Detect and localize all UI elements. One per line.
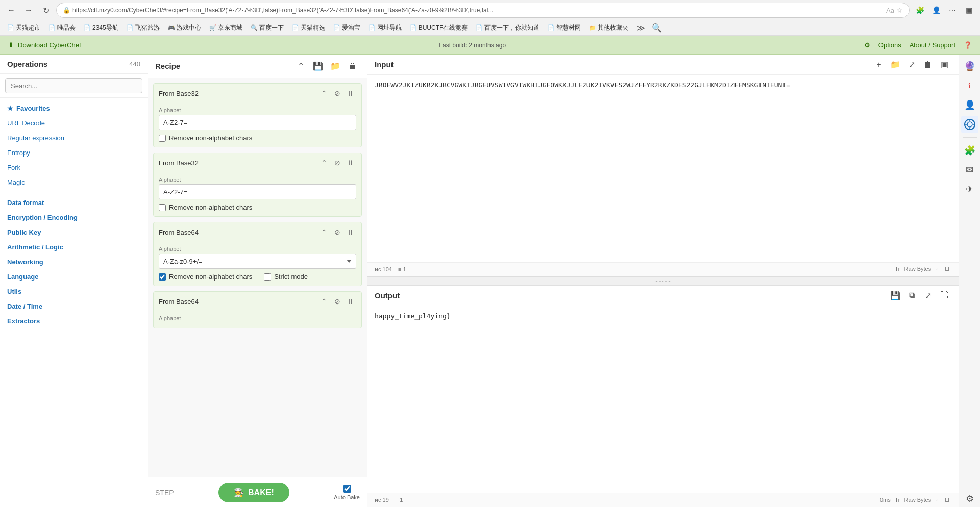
input-clear-button[interactable]: 🗑 <box>921 58 935 72</box>
op-card-header-1[interactable]: From Base32 ⌃ ⊘ ⏸ <box>154 84 361 103</box>
bookmark-more[interactable]: 📁其他收藏夹 <box>586 22 631 33</box>
fr-mail-button[interactable]: ✉ <box>961 161 978 179</box>
sidebar-item-data-format[interactable]: Data format <box>0 195 148 210</box>
op-pause-btn-2[interactable]: ⏸ <box>345 157 356 168</box>
fr-logo-button[interactable] <box>961 116 978 133</box>
bookmark-nav[interactable]: 📄网址导航 <box>365 22 405 33</box>
menu-button[interactable]: ⋯ <box>945 3 960 17</box>
sidebar-item-public-key[interactable]: Public Key <box>0 225 148 240</box>
bookmark-buuctf[interactable]: 📄BUUCTF在线竞赛 <box>407 22 471 33</box>
bookmark-game[interactable]: 🎮游戏中心 <box>165 22 204 33</box>
extensions-button[interactable]: 🧩 <box>913 3 927 17</box>
output-title: Output <box>375 291 400 300</box>
alphabet-input-1[interactable] <box>159 115 356 130</box>
recipe-save-button[interactable]: 💾 <box>311 59 325 73</box>
alphabet-input-2[interactable] <box>159 184 356 199</box>
op-disable-btn-4[interactable]: ⊘ <box>332 296 343 307</box>
op-pause-btn-4[interactable]: ⏸ <box>345 296 356 307</box>
resize-handle[interactable]: ············ <box>368 277 959 286</box>
sidebar-item-networking[interactable]: Networking <box>0 255 148 269</box>
fr-person-button[interactable]: 👤 <box>961 96 978 114</box>
output-encoding[interactable]: Raw Bytes <box>904 497 932 504</box>
remove-checkbox-2[interactable] <box>159 204 166 211</box>
sidebar-item-encryption-encoding[interactable]: Encryption / Encoding <box>0 210 148 225</box>
output-fullscreen-button[interactable]: ⛶ <box>937 288 951 302</box>
strict-checkbox-3[interactable] <box>264 273 271 281</box>
sidebar-item-regex[interactable]: Regular expression <box>0 131 148 145</box>
fr-magic-button[interactable]: 🔮 <box>961 58 978 75</box>
sidebar-item-fork[interactable]: Fork <box>0 160 148 175</box>
bake-button[interactable]: 👨‍🍳 BAKE! <box>218 483 289 502</box>
op-disable-btn-1[interactable]: ⊘ <box>332 88 343 99</box>
bookmark-feizhu[interactable]: 📄飞猪旅游 <box>124 22 163 33</box>
op-body-1: Alphabet Remove non-alphabet chars <box>154 103 361 147</box>
bookmark-2345[interactable]: 📄2345导航 <box>81 22 121 33</box>
options-label[interactable]: Options <box>878 41 901 49</box>
step-label[interactable]: STEP <box>155 489 174 497</box>
fr-settings-button[interactable]: ⚙ <box>961 490 978 507</box>
bookmark-taobao[interactable]: 📄爱淘宝 <box>330 22 363 33</box>
bookmark-zhihui[interactable]: 📄智慧树网 <box>545 22 584 33</box>
auto-bake-checkbox[interactable] <box>343 485 351 493</box>
bookmark-timaochao[interactable]: 📄天猫超市 <box>4 22 43 33</box>
output-expand-button[interactable]: ⤢ <box>921 288 935 302</box>
input-add-button[interactable]: + <box>872 58 886 72</box>
op-card-header-4[interactable]: From Base64 ⌃ ⊘ ⏸ <box>154 292 361 311</box>
fr-info-button[interactable]: ℹ <box>961 77 978 94</box>
sidebar-item-entropy[interactable]: Entropy <box>0 145 148 160</box>
op-disable-btn-2[interactable]: ⊘ <box>332 157 343 168</box>
output-tt-icon: Tr <box>895 497 900 504</box>
remove-checkbox-3[interactable] <box>159 273 166 281</box>
bookmark-baidu[interactable]: 🔍百度一下 <box>248 22 287 33</box>
sidebar-item-url-decode[interactable]: URL Decode <box>0 116 148 131</box>
op-card-header-3[interactable]: From Base64 ⌃ ⊘ ⏸ <box>154 222 361 242</box>
remove-checkbox-1[interactable] <box>159 135 166 142</box>
op-collapse-btn-4[interactable]: ⌃ <box>318 296 330 307</box>
op-collapse-btn-1[interactable]: ⌃ <box>318 88 330 99</box>
bookmark-jd[interactable]: 🛒京东商城 <box>206 22 246 33</box>
alphabet-select-3[interactable]: A-Za-z0-9+/= <box>159 253 356 269</box>
op-disable-btn-3[interactable]: ⊘ <box>332 226 343 238</box>
op-card-header-2[interactable]: From Base32 ⌃ ⊘ ⏸ <box>154 153 361 172</box>
about-label[interactable]: About / Support <box>910 41 955 49</box>
recipe-folder-button[interactable]: 📁 <box>328 59 342 73</box>
input-expand-button[interactable]: ⤢ <box>904 58 919 72</box>
add-bookmark-button[interactable]: ≫ <box>633 21 648 35</box>
download-cyberchef-label[interactable]: Download CyberChef <box>18 41 81 49</box>
op-pause-btn-1[interactable]: ⏸ <box>345 88 356 99</box>
fr-send-button[interactable]: ✈ <box>961 181 978 198</box>
sidebar-toggle-button[interactable]: ▣ <box>962 3 976 17</box>
sidebar-item-datetime[interactable]: Date / Time <box>0 299 148 314</box>
input-content[interactable]: JRDEWV2JKIZUKR2KJBCVGWKTJBGEUVSWIVGVIWKH… <box>368 75 959 262</box>
input-encoding[interactable]: Raw Bytes <box>904 266 932 273</box>
output-copy-button[interactable]: ⧉ <box>904 288 919 302</box>
sidebar-item-magic[interactable]: Magic <box>0 175 148 190</box>
profile-button[interactable]: 👤 <box>929 3 943 17</box>
forward-button[interactable]: → <box>21 3 36 17</box>
fr-ext1-button[interactable]: 🧩 <box>961 142 978 159</box>
op-pause-btn-3[interactable]: ⏸ <box>345 226 356 238</box>
sidebar-item-extractors[interactable]: Extractors <box>0 314 148 328</box>
recipe-clear-button[interactable]: 🗑 <box>346 59 360 73</box>
sidebar-item-favourites[interactable]: ★ Favourites <box>0 101 148 116</box>
input-tabs-button[interactable]: ▣ <box>937 58 951 72</box>
op-collapse-btn-2[interactable]: ⌃ <box>318 157 330 168</box>
bookmark-vipshop[interactable]: 📄唯品会 <box>45 22 79 33</box>
sidebar-item-arithmetic-logic[interactable]: Arithmetic / Logic <box>0 240 148 255</box>
sidebar-item-utils[interactable]: Utils <box>0 284 148 299</box>
address-bar[interactable]: 🔒 https://ctf.mzy0.com/CyberChef3/#recip… <box>56 3 910 18</box>
input-newline[interactable]: LF <box>945 266 951 273</box>
input-folder-button[interactable]: 📁 <box>888 58 902 72</box>
bookmark-tmall[interactable]: 📄天猫精选 <box>289 22 328 33</box>
output-save-button[interactable]: 💾 <box>888 288 902 302</box>
bookmark-baidu2[interactable]: 📄百度一下，你就知道 <box>473 22 543 33</box>
back-button[interactable]: ← <box>4 3 18 17</box>
search-bookmarks-button[interactable]: 🔍 <box>650 21 664 35</box>
output-newline[interactable]: LF <box>945 497 951 504</box>
op-collapse-btn-3[interactable]: ⌃ <box>318 226 330 238</box>
browser-nav: ← → ↻ 🔒 https://ctf.mzy0.com/CyberChef3/… <box>0 0 980 20</box>
search-input[interactable] <box>5 78 142 93</box>
recipe-collapse-button[interactable]: ⌃ <box>293 59 308 73</box>
refresh-button[interactable]: ↻ <box>39 3 53 17</box>
sidebar-item-language[interactable]: Language <box>0 269 148 284</box>
